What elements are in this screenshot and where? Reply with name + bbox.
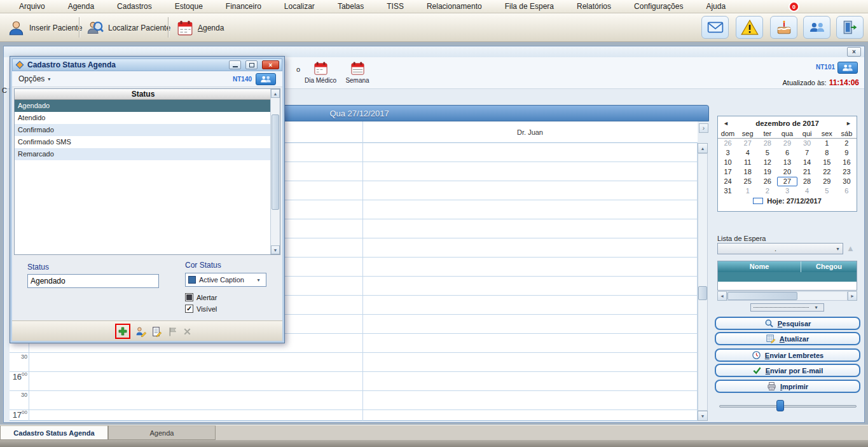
list-scrollbar[interactable]: ▲ ▼ (270, 89, 280, 254)
menu-item-agenda[interactable]: Agenda (57, 1, 106, 11)
calendar-day[interactable]: 21 (797, 167, 817, 177)
next-month-icon[interactable]: ► (846, 120, 851, 127)
calendar-day[interactable]: 27 (738, 139, 757, 148)
collapse-panel-icon[interactable]: ▲ (846, 244, 855, 253)
agenda-button[interactable]: Agenda (172, 17, 229, 39)
zoom-slider-handle[interactable] (776, 400, 784, 411)
calendar-day[interactable]: 30 (837, 177, 857, 186)
status-list-item[interactable]: Atendido (15, 112, 272, 124)
scroll-up-icon[interactable]: ▲ (271, 89, 280, 98)
calendar-day[interactable]: 3 (718, 148, 738, 158)
pesquisar-button[interactable]: Pesquisar (715, 317, 860, 330)
calendar-day[interactable]: 17 (718, 167, 738, 177)
scroll-down-icon[interactable]: ▼ (271, 245, 280, 254)
calendar-day[interactable]: 14 (797, 158, 817, 167)
doctor-column-header[interactable]: Dr. Juan (362, 128, 698, 136)
menu-item-tabelas[interactable]: Tabelas (326, 1, 375, 11)
calendar-day[interactable]: 12 (757, 158, 777, 167)
menu-item-relacionamento[interactable]: Relacionamento (415, 1, 493, 11)
add-status-button[interactable] (118, 326, 128, 336)
calendar-day[interactable]: 13 (777, 158, 797, 167)
chevron-down-icon[interactable]: ▾ (254, 277, 263, 283)
menu-item-relatorios[interactable]: Relatórios (565, 1, 623, 11)
birthday-button[interactable] (770, 16, 797, 39)
imprimir-button[interactable]: Imprimir (715, 380, 860, 393)
inserir-paciente-button[interactable]: Inserir Paciente (3, 17, 87, 39)
localizar-paciente-button[interactable]: Localizar Paciente (81, 17, 176, 39)
menu-item-configuracoes[interactable]: Configurações (623, 1, 694, 11)
menu-item-fila-de-espera[interactable]: Fila de Espera (493, 1, 565, 11)
semana-button[interactable]: Semana (342, 61, 373, 84)
menu-item-tiss[interactable]: TISS (375, 1, 415, 11)
maximize-button[interactable] (245, 60, 258, 69)
calendar-day[interactable]: 28 (797, 177, 817, 186)
cor-status-combo[interactable]: Active Caption ▾ (185, 273, 266, 287)
menu-item-ajuda[interactable]: Ajuda (694, 1, 737, 11)
visivel-checkbox[interactable]: ✓ (185, 305, 193, 313)
calendar-day[interactable]: 3 (777, 186, 797, 196)
status-list-item[interactable]: Confirmado SMS (15, 136, 272, 148)
calendar-day[interactable]: 15 (817, 158, 837, 167)
calendar-day[interactable]: 29 (777, 139, 797, 148)
close-button[interactable]: × (262, 60, 279, 69)
dia-medico-button[interactable]: Dia Médico (303, 61, 338, 84)
lista-de-espera-combo[interactable]: . ▾ (717, 243, 843, 254)
edit-document-button[interactable] (151, 326, 162, 337)
calendar-day[interactable]: 23 (837, 167, 857, 177)
calendar-day[interactable]: 19 (757, 167, 777, 177)
mail-button[interactable] (701, 16, 729, 39)
calendar-day[interactable]: 20 (777, 167, 797, 177)
calendar-day[interactable]: 31 (718, 186, 738, 196)
prev-month-icon[interactable]: ◄ (723, 120, 729, 127)
mdi-close-icon[interactable]: × (847, 47, 861, 57)
atualizar-button[interactable]: Atualizar (715, 332, 860, 345)
calendar-day[interactable]: 10 (718, 158, 738, 167)
wait-list-table[interactable]: Nome Chegou (717, 261, 857, 291)
tab-agenda[interactable]: Agenda (108, 425, 216, 440)
calendar-day[interactable]: 1 (738, 186, 757, 196)
calendar-day[interactable]: 7 (797, 148, 817, 158)
calendar-day[interactable]: 2 (757, 186, 777, 196)
calendar-today-row[interactable]: Hoje: 27/12/2017 (718, 197, 857, 205)
calendar-day[interactable]: 26 (757, 177, 777, 186)
scroll-right-icon[interactable]: ► (848, 291, 857, 301)
vertical-scrollbar[interactable] (698, 153, 708, 411)
menu-item-arquivo[interactable]: Arquivo (8, 1, 57, 11)
visivel-checkbox-row[interactable]: ✓ Visível (185, 305, 217, 313)
calendar-day[interactable]: 6 (837, 186, 857, 196)
status-list-item[interactable]: Remarcado (15, 148, 272, 160)
calendar-day[interactable]: 29 (817, 177, 837, 186)
zoom-slider-track[interactable] (719, 405, 857, 408)
calendar-day[interactable]: 11 (738, 158, 757, 167)
edit-person-button[interactable] (135, 326, 146, 337)
calendar-day[interactable]: 22 (817, 167, 837, 177)
minimize-button[interactable] (229, 60, 241, 69)
vertical-scrollbar-thumb[interactable] (698, 286, 707, 300)
status-list-item[interactable]: Confirmado (15, 124, 272, 136)
calendar-day[interactable]: 18 (738, 167, 757, 177)
enviar-por-email-button[interactable]: Enviar por E-mail (715, 364, 860, 377)
status-input[interactable] (27, 274, 159, 288)
dialog-titlebar[interactable]: Cadastro Status Agenda × (12, 58, 282, 71)
calendar-day-selected[interactable]: 27 (777, 177, 797, 186)
status-list-item[interactable]: Agendado (15, 100, 272, 112)
alertar-checkbox-row[interactable]: Alertar (185, 293, 217, 301)
tab-cadastro-status-agenda[interactable]: Cadastro Status Agenda (0, 425, 108, 440)
calendar-day[interactable]: 8 (817, 148, 837, 158)
alertar-checkbox[interactable] (185, 293, 193, 301)
calendar-day[interactable]: 26 (718, 139, 738, 148)
delete-button[interactable] (181, 326, 193, 337)
menu-item-estoque[interactable]: Estoque (163, 1, 214, 11)
menu-item-localizar[interactable]: Localizar (273, 1, 326, 11)
column-next-icon[interactable]: › (699, 123, 708, 133)
scroll-left-icon[interactable]: ◄ (717, 291, 727, 301)
menu-item-financeiro[interactable]: Financeiro (214, 1, 273, 11)
calendar-day[interactable]: 5 (817, 186, 837, 196)
column-nome[interactable]: Nome (718, 261, 801, 272)
splitter-combo[interactable]: ▾ (750, 303, 824, 312)
exit-button[interactable] (836, 16, 864, 39)
patients-online-button[interactable] (803, 16, 830, 39)
enviar-lembretes-button[interactable]: Enviar Lembretes (715, 348, 860, 362)
horizontal-scrollbar-thumb[interactable] (727, 292, 797, 300)
status-list-header[interactable]: Status (15, 89, 272, 100)
